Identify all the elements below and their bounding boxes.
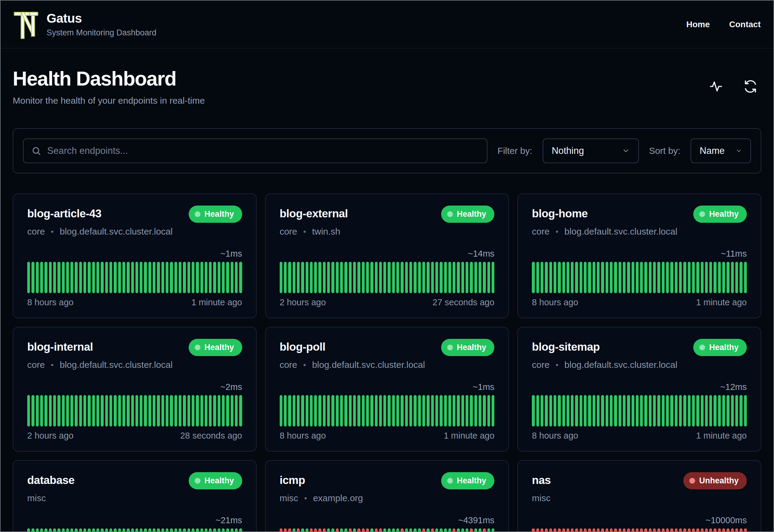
- result-bar-success[interactable]: [62, 262, 65, 293]
- result-bar-success[interactable]: [306, 528, 308, 532]
- result-bar-success[interactable]: [470, 395, 473, 427]
- result-bar-success[interactable]: [414, 395, 416, 427]
- result-bar-failure[interactable]: [483, 528, 486, 532]
- result-bar-success[interactable]: [174, 528, 177, 532]
- result-bar-success[interactable]: [44, 395, 47, 427]
- result-bar-success[interactable]: [109, 262, 112, 293]
- result-bar-success[interactable]: [606, 395, 608, 427]
- result-bar-success[interactable]: [127, 528, 129, 532]
- result-bar-failure[interactable]: [558, 528, 561, 532]
- sort-dropdown[interactable]: Name: [691, 138, 751, 163]
- result-bar-failure[interactable]: [431, 528, 434, 532]
- result-bar-success[interactable]: [157, 528, 160, 532]
- result-bar-failure[interactable]: [705, 528, 708, 532]
- result-bar-success[interactable]: [205, 528, 207, 532]
- result-bar-success[interactable]: [57, 395, 60, 427]
- result-bar-success[interactable]: [226, 528, 229, 532]
- result-bar-success[interactable]: [114, 528, 116, 532]
- result-bar-success[interactable]: [448, 528, 451, 532]
- result-bar-success[interactable]: [353, 528, 356, 532]
- result-bar-success[interactable]: [492, 395, 494, 427]
- result-bar-success[interactable]: [549, 395, 552, 427]
- result-bar-success[interactable]: [40, 262, 43, 293]
- result-bar-success[interactable]: [127, 395, 129, 427]
- result-bar-failure[interactable]: [623, 528, 626, 532]
- result-bar-failure[interactable]: [636, 528, 639, 532]
- result-bar-success[interactable]: [379, 262, 382, 293]
- result-bar-failure[interactable]: [575, 528, 578, 532]
- result-bar-success[interactable]: [53, 528, 56, 532]
- result-bar-success[interactable]: [448, 262, 451, 293]
- result-bar-success[interactable]: [174, 395, 177, 427]
- result-bar-success[interactable]: [288, 395, 291, 427]
- result-bar-success[interactable]: [166, 528, 168, 532]
- result-bar-success[interactable]: [461, 395, 464, 427]
- result-bar-failure[interactable]: [688, 528, 691, 532]
- result-bar-success[interactable]: [427, 528, 429, 532]
- result-bar-failure[interactable]: [362, 528, 365, 532]
- result-bar-success[interactable]: [53, 262, 56, 293]
- result-bar-success[interactable]: [435, 262, 438, 293]
- result-bar-failure[interactable]: [666, 528, 669, 532]
- result-bar-success[interactable]: [36, 528, 39, 532]
- result-bar-success[interactable]: [118, 395, 121, 427]
- result-bar-success[interactable]: [735, 262, 738, 293]
- result-bar-success[interactable]: [318, 395, 321, 427]
- result-bar-success[interactable]: [388, 528, 390, 532]
- result-bar-failure[interactable]: [375, 528, 378, 532]
- endpoint-card[interactable]: icmp Healthy misc • example.org ~4391ms …: [265, 460, 509, 532]
- result-bar-success[interactable]: [619, 262, 621, 293]
- result-bar-success[interactable]: [427, 262, 429, 293]
- result-bar-success[interactable]: [457, 262, 460, 293]
- endpoint-card[interactable]: blog-external Healthy core • twin.sh ~14…: [265, 193, 509, 318]
- result-bar-success[interactable]: [349, 395, 352, 427]
- result-bar-success[interactable]: [183, 262, 186, 293]
- result-bar-success[interactable]: [114, 262, 116, 293]
- result-bar-success[interactable]: [727, 262, 729, 293]
- result-bar-success[interactable]: [92, 262, 95, 293]
- result-bar-failure[interactable]: [657, 528, 660, 532]
- result-bar-success[interactable]: [66, 262, 69, 293]
- result-bar-failure[interactable]: [584, 528, 587, 532]
- result-bar-success[interactable]: [418, 262, 421, 293]
- result-bar-failure[interactable]: [593, 528, 595, 532]
- search-input[interactable]: [47, 145, 479, 156]
- result-bar-success[interactable]: [131, 528, 134, 532]
- result-bar-success[interactable]: [235, 262, 238, 293]
- result-bar-success[interactable]: [75, 528, 77, 532]
- result-bar-success[interactable]: [640, 262, 643, 293]
- result-bar-success[interactable]: [610, 395, 613, 427]
- result-bar-success[interactable]: [649, 262, 652, 293]
- result-bar-success[interactable]: [392, 528, 395, 532]
- result-bar-success[interactable]: [40, 395, 43, 427]
- result-bar-failure[interactable]: [349, 528, 352, 532]
- result-bar-success[interactable]: [101, 262, 103, 293]
- result-bar-success[interactable]: [306, 262, 308, 293]
- result-bar-success[interactable]: [144, 262, 147, 293]
- result-bar-success[interactable]: [331, 528, 334, 532]
- result-bar-success[interactable]: [205, 395, 207, 427]
- result-bar-failure[interactable]: [567, 528, 569, 532]
- result-bar-failure[interactable]: [401, 528, 403, 532]
- result-bar-success[interactable]: [109, 395, 112, 427]
- endpoint-card[interactable]: blog-home Healthy core • blog.default.sv…: [517, 193, 761, 318]
- result-bar-failure[interactable]: [379, 528, 382, 532]
- result-bar-success[interactable]: [92, 528, 95, 532]
- result-bar-success[interactable]: [62, 528, 65, 532]
- result-bar-success[interactable]: [200, 528, 203, 532]
- result-bar-success[interactable]: [49, 528, 52, 532]
- result-bar-success[interactable]: [109, 528, 112, 532]
- result-bar-success[interactable]: [709, 395, 712, 427]
- result-bar-success[interactable]: [675, 262, 678, 293]
- result-bar-success[interactable]: [474, 262, 477, 293]
- result-bar-failure[interactable]: [735, 528, 738, 532]
- result-bar-failure[interactable]: [640, 528, 643, 532]
- result-bar-success[interactable]: [383, 528, 386, 532]
- result-bar-success[interactable]: [536, 395, 539, 427]
- result-bar-success[interactable]: [166, 262, 168, 293]
- result-bar-success[interactable]: [331, 262, 334, 293]
- result-bar-success[interactable]: [705, 262, 708, 293]
- result-bar-success[interactable]: [457, 395, 460, 427]
- result-bar-success[interactable]: [122, 262, 125, 293]
- result-bar-success[interactable]: [562, 395, 565, 427]
